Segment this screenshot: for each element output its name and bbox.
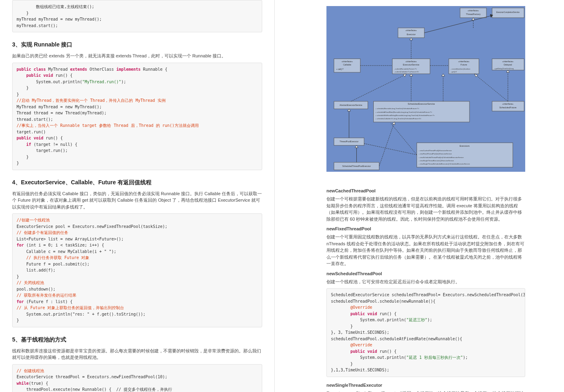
box-sched-m2: + scheduleAtFixedRate(Runnable,long,long… (375, 111, 432, 113)
t: System.out.println("res: " + f.get().toS… (17, 312, 145, 316)
kw: public void (17, 73, 53, 78)
t: System.out.println( (331, 318, 406, 322)
box-sched-m1: + schedule(Runnable,long,TimeUnit):Sched… (375, 107, 419, 110)
cmt: //事实上，当传入一个 Runnable target 参数给 Thread 后… (17, 123, 199, 128)
t: },1,3,TimeUnit.SECONDS); (331, 368, 389, 372)
box-executor-l1: «interface» (406, 29, 417, 32)
t: run() { (53, 73, 72, 78)
t: list.add(f); (17, 268, 55, 272)
t: scheduledThreadPool.scheduleAtFixedRate(… (331, 337, 462, 341)
kw: implements (116, 67, 141, 72)
box-sf-l1: «interface» (502, 103, 513, 105)
t: ); (121, 80, 126, 84)
box-delayed-l1: «interface» (502, 60, 513, 63)
heading-3: 3、实现 Runnable 接口 (12, 41, 262, 48)
box-callable-l1: «interface» (341, 60, 353, 63)
t (331, 305, 350, 310)
para-4: 有返回值的任务必须实现 Callable 接口，类似的，无返回值的任务必须实现 … (12, 190, 262, 211)
heading-5: 5、基于线程池的方式 (12, 336, 262, 344)
para-5: 线程和数据库连接这些资源都是非常宝贵的资源。那么每次需要的时候创建，不需要的时候… (12, 348, 262, 361)
t: run() { (377, 312, 396, 316)
code-line: 数组线程已结束,主线程结束(); (17, 4, 94, 9)
t: threadPool.execute(new Runnable() { // 提… (17, 387, 172, 392)
str: "延迟三秒" (406, 318, 427, 322)
page-left: 数组线程已结束,主线程结束(); } myThread myThread = n… (0, 0, 275, 392)
code-callable: //创建一个线程池 ExecutorService pool = Executo… (12, 213, 262, 327)
t: Future f = pool.submit(c); (17, 262, 90, 266)
kw: public void (17, 136, 43, 140)
box-callable-m: + call():T (336, 68, 343, 70)
sh-fixed: newFixedThreadPool (326, 226, 525, 231)
kw: public void (331, 312, 377, 316)
t: MyThread myThread = new MyThread(); (17, 105, 102, 109)
cmt: @Override (350, 343, 372, 347)
t: ExecutorService threadPool = Executors.n… (17, 375, 167, 379)
t: (int i = 0; i < taskSize; i++) { (24, 243, 104, 247)
page-gap (275, 0, 319, 392)
box-delayed-m: + getDelay(TimeUnit):long (494, 67, 514, 70)
kw: public void (331, 349, 377, 354)
t: } (17, 86, 29, 90)
box-threadfactory-l1: «interface» (468, 9, 479, 12)
kw: if (17, 142, 31, 147)
code-line: myThread.start(); (17, 23, 58, 28)
kw: while (17, 381, 29, 386)
t: } (17, 155, 29, 159)
pp-sched: 创建一个线程池，它可安排在给定延迟后运行命令或者定期地执行。 (326, 278, 525, 285)
t: ScheduledExecutorService scheduledThread… (331, 293, 525, 297)
sh-sched: newScheduledThreadPool (326, 271, 525, 276)
t: } (17, 92, 19, 97)
t: OtherClass (87, 67, 116, 72)
box-delayed-l2: Delayed (504, 63, 512, 66)
pp-cached: 创建一个可根据需要创建新线程的线程池，但是在以前构造的线程可用时将重用它们。对于… (326, 196, 525, 222)
t: } (331, 362, 353, 366)
box-sched-m4: + schedule(Callable<V>,long,TimeUnit):Sc… (375, 118, 421, 120)
kw: extends (70, 67, 87, 72)
t: (target != null) { (31, 142, 77, 147)
box-threadfactory-l2: ThreadFactory (466, 13, 480, 15)
t: ExecutorService pool = Executors.newFixe… (17, 224, 167, 229)
cmt: // 从 Future 对象上获取任务的返回值，并输出到控制台 (17, 306, 124, 310)
code-threadpool: // 创建线程池 ExecutorService threadPool = Ex… (12, 364, 262, 392)
t: run() { (377, 349, 396, 354)
cmt: // 获取所有并发任务的运行结果 (17, 293, 76, 297)
box-es-m2: - submit(Callable<T>):Future<V> (394, 71, 419, 73)
t: } (331, 324, 353, 329)
box-future-l1: «interface» (458, 60, 469, 63)
sh-single: newSingleThreadExecutor (326, 383, 525, 388)
box-tpe: ThreadPoolExecutor (340, 140, 359, 143)
box-exec-m1: + newCachedThreadPool():ExecutorService (419, 150, 452, 152)
pp-fixed: 创建一个可重用固定线程数的线程池，以共享的无界队列方式来运行这些线程。在任意点，… (326, 234, 525, 267)
t: } (17, 161, 19, 165)
code-top: 数组线程已结束,主线程结束(); } myThread myThread = n… (12, 0, 262, 32)
box-exec-l1: Executors (460, 145, 470, 147)
t: } (17, 318, 19, 322)
t: run() { (43, 136, 63, 140)
box-abstract: AbstractExecutorService (340, 104, 362, 106)
t: pool.shutdown(); (17, 287, 55, 291)
box-exec-m4: + newSingleThreadExecutor():ExecutorServ… (419, 160, 454, 162)
box-sched-l1: ScheduledExecutorService (408, 103, 435, 105)
t: Runnable { (141, 67, 167, 72)
box-sf-l2: ScheduledFuture (499, 106, 516, 109)
uml-diagram: «interface» ThreadFactory ExecutorComple… (326, 0, 525, 178)
t: } (17, 274, 19, 279)
str: "MyThread.run()" (82, 80, 121, 84)
box-exec-m5: + newSingleThreadScheduledExecutor():Sch… (419, 163, 470, 165)
cmt: // 创建多个有返回值的任务 (17, 230, 68, 235)
box-completion: ExecutorCompletionService (497, 11, 520, 13)
t: ); (463, 355, 468, 360)
box-future-l2: Future (461, 63, 467, 66)
t (331, 343, 350, 347)
str: "延迟 1 秒后每三秒执行一次" (406, 355, 463, 360)
t: (true) { (29, 381, 48, 386)
code-line: } (17, 11, 29, 15)
box-stpe: ScheduledThreadPoolExecutor (342, 165, 371, 167)
box-es-l2: ExecutorService (403, 63, 419, 66)
code-runnable: public class MyThread extends OtherClass… (12, 63, 262, 170)
cmt: // 关闭线程池 (17, 280, 44, 285)
box-future-m: - cancel(boolean):boolean (451, 68, 471, 70)
para-3: 如果自己的类已经 extends 另一个类，就无法再直接 extends Thr… (12, 53, 262, 59)
cmt: //启动 MyThread，首先要实例化一个 Thread，并传入自己的 MyT… (17, 98, 166, 103)
page-right: «interface» ThreadFactory ExecutorComple… (319, 0, 532, 392)
